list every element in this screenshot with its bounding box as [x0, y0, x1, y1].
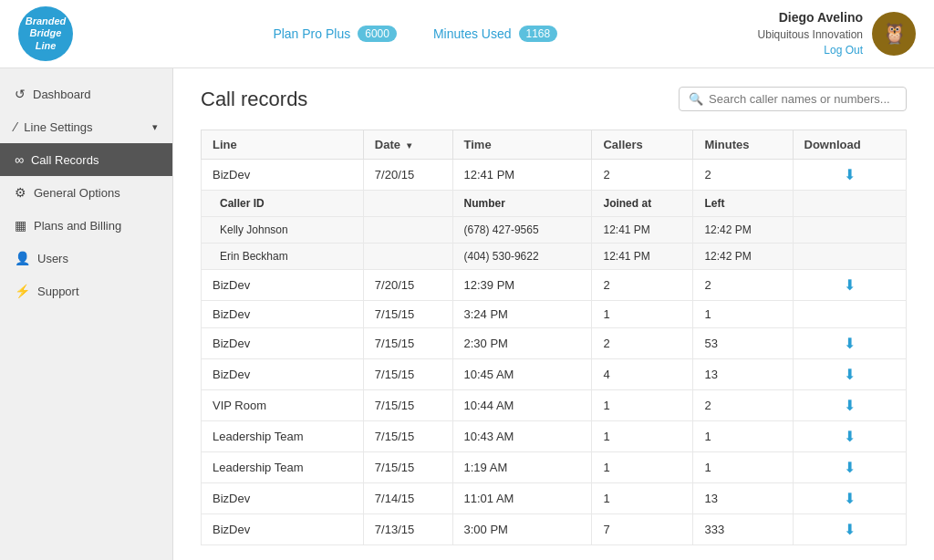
time-cell: 11:01 AM [452, 483, 592, 514]
minutes-cell: 2 [693, 270, 793, 301]
sub-caller-name: Kelly Johnson [202, 217, 364, 244]
table-row[interactable]: BizDev7/15/153:24 PM11 [202, 301, 907, 328]
sub-col-caller-id: Caller ID [202, 191, 364, 217]
sidebar-item-line-settings[interactable]: ∕ Line Settings ▾ [0, 110, 172, 143]
table-header-row: Line Date ▾ Time Callers Minutes Downloa… [202, 130, 907, 160]
download-icon[interactable]: ⬇ [804, 366, 895, 383]
col-callers: Callers [592, 130, 693, 160]
download-icon[interactable]: ⬇ [804, 459, 895, 476]
sidebar-item-users[interactable]: 👤 Users [0, 242, 172, 275]
line-cell[interactable]: BizDev [202, 483, 364, 514]
callers-cell: 2 [592, 328, 693, 359]
table-row[interactable]: BizDev7/20/1512:41 PM22⬇ [202, 160, 907, 191]
time-cell: 10:44 AM [452, 390, 592, 421]
download-cell[interactable]: ⬇ [793, 421, 906, 452]
minutes-cell: 1 [693, 421, 793, 452]
logout-link[interactable]: Log Out [758, 43, 863, 58]
logo: Branded Bridge Line [18, 6, 73, 61]
callers-cell: 1 [592, 390, 693, 421]
gear-icon: ⚙ [15, 185, 26, 200]
sub-left: 12:42 PM [693, 217, 793, 244]
sub-caller-name: Erin Beckham [202, 244, 364, 270]
search-box[interactable]: 🔍 [679, 87, 907, 111]
time-cell: 3:24 PM [452, 301, 592, 328]
line-cell[interactable]: VIP Room [202, 390, 364, 421]
callers-cell: 7 [592, 514, 693, 545]
header-user: Diego Avelino Ubiquitous Innovation Log … [758, 9, 916, 57]
avatar: 🦉 [872, 12, 916, 56]
line-cell[interactable]: BizDev [202, 301, 364, 328]
plan-label: Plan Pro Plus [273, 26, 350, 41]
download-cell[interactable]: ⬇ [793, 270, 906, 301]
minutes-badge: 1168 [519, 26, 558, 42]
table-row[interactable]: Leadership Team7/15/1510:43 AM11⬇ [202, 421, 907, 452]
download-icon[interactable]: ⬇ [804, 276, 895, 294]
sub-col-number: Number [452, 191, 592, 217]
table-row[interactable]: BizDev7/20/1512:39 PM22⬇ [202, 270, 907, 301]
download-cell[interactable]: ⬇ [793, 328, 906, 359]
user-name: Diego Avelino [758, 9, 863, 27]
download-cell[interactable]: ⬇ [793, 390, 906, 421]
minutes-cell: 53 [693, 328, 793, 359]
sub-col-empty [363, 191, 452, 217]
download-icon[interactable]: ⬇ [804, 490, 895, 507]
content-area: Call records 🔍 Line Date ▾ Time Callers … [173, 68, 934, 560]
line-cell[interactable]: Leadership Team [202, 421, 364, 452]
user-info: Diego Avelino Ubiquitous Innovation Log … [758, 9, 863, 57]
sidebar-item-general-options[interactable]: ⚙ General Options [0, 176, 172, 209]
date-cell: 7/13/15 [363, 514, 452, 545]
dashboard-icon: ↺ [15, 87, 26, 101]
sidebar-item-support[interactable]: ⚡ Support [0, 275, 172, 307]
line-cell[interactable]: BizDev [202, 359, 364, 390]
table-row[interactable]: VIP Room7/15/1510:44 AM12⬇ [202, 390, 907, 421]
sub-col-joined: Joined at [592, 191, 693, 217]
expand-data-row: Kelly Johnson (678) 427-9565 12:41 PM 12… [202, 217, 907, 244]
col-minutes: Minutes [693, 130, 793, 160]
time-cell: 12:39 PM [452, 270, 592, 301]
sidebar-item-plans-billing[interactable]: ▦ Plans and Billing [0, 209, 172, 242]
col-date[interactable]: Date ▾ [363, 130, 452, 160]
download-cell[interactable]: ⬇ [793, 452, 906, 483]
plan-stat: Plan Pro Plus 6000 [273, 26, 397, 42]
sub-empty [363, 244, 452, 270]
time-cell: 10:43 AM [452, 421, 592, 452]
table-row[interactable]: BizDev7/13/153:00 PM7333⬇ [202, 514, 907, 545]
sidebar-item-label: Users [37, 252, 68, 265]
minutes-cell: 2 [693, 160, 793, 191]
app-header: Branded Bridge Line Plan Pro Plus 6000 M… [0, 0, 934, 68]
download-icon[interactable]: ⬇ [804, 166, 895, 183]
download-cell[interactable]: ⬇ [793, 160, 906, 191]
download-icon[interactable]: ⬇ [804, 521, 895, 538]
download-icon[interactable]: ⬇ [804, 397, 895, 414]
table-row[interactable]: Leadership Team7/15/151:19 AM11⬇ [202, 452, 907, 483]
date-cell: 7/15/15 [363, 359, 452, 390]
download-icon[interactable]: ⬇ [804, 428, 895, 445]
callers-cell: 1 [592, 301, 693, 328]
minutes-cell: 13 [693, 483, 793, 514]
date-cell: 7/15/15 [363, 452, 452, 483]
download-cell[interactable]: ⬇ [793, 359, 906, 390]
table-row[interactable]: BizDev7/15/1510:45 AM413⬇ [202, 359, 907, 390]
download-icon[interactable]: ⬇ [804, 335, 895, 352]
search-input[interactable] [709, 92, 897, 106]
callers-cell: 2 [592, 160, 693, 191]
table-row[interactable]: BizDev7/15/152:30 PM253⬇ [202, 328, 907, 359]
line-cell[interactable]: BizDev [202, 514, 364, 545]
date-cell: 7/15/15 [363, 328, 452, 359]
table-row[interactable]: BizDev7/14/1511:01 AM113⬇ [202, 483, 907, 514]
line-cell[interactable]: BizDev [202, 270, 364, 301]
sidebar-item-call-records[interactable]: ∞ Call Records [0, 143, 172, 176]
download-cell[interactable]: ⬇ [793, 514, 906, 545]
sidebar-item-dashboard[interactable]: ↺ Dashboard [0, 78, 172, 110]
date-cell: 7/14/15 [363, 483, 452, 514]
line-cell[interactable]: Leadership Team [202, 452, 364, 483]
date-cell: 7/15/15 [363, 390, 452, 421]
line-cell[interactable]: BizDev [202, 160, 364, 191]
expand-data-row: Erin Beckham (404) 530-9622 12:41 PM 12:… [202, 244, 907, 270]
minutes-label: Minutes Used [433, 26, 512, 41]
sub-dl-empty [793, 217, 906, 244]
download-cell[interactable]: ⬇ [793, 483, 906, 514]
line-cell[interactable]: BizDev [202, 328, 364, 359]
chevron-down-icon: ▾ [152, 121, 158, 133]
callers-cell: 1 [592, 421, 693, 452]
